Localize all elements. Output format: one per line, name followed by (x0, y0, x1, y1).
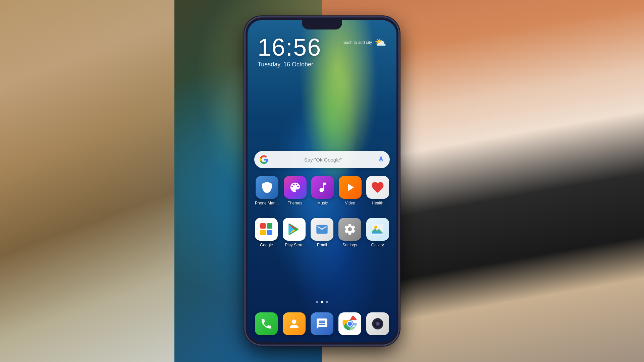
lens-icon (366, 312, 389, 335)
email-label: Email (317, 243, 327, 247)
app-gallery[interactable]: Gallery (366, 218, 389, 247)
video-icon (339, 176, 362, 199)
app-play-store[interactable]: Play Store (283, 218, 306, 247)
settings-icon (338, 218, 361, 241)
gallery-icon (366, 218, 389, 241)
page-dot-2[interactable] (321, 301, 323, 303)
phone-notch (302, 20, 342, 29)
google-label: Google (260, 243, 273, 247)
music-label: Music (317, 201, 328, 205)
clock-date: Tuesday, 16 October (258, 61, 386, 68)
themes-label: Themes (288, 201, 302, 205)
svg-rect-1 (267, 223, 272, 229)
music-icon (311, 176, 334, 199)
app-row-2: Google Play Store (253, 218, 391, 247)
phone-manager-label: Phone Man... (255, 201, 279, 205)
app-video[interactable]: Video (339, 176, 362, 205)
chrome-icon (338, 312, 361, 335)
app-phone-manager[interactable]: Phone Man... (255, 176, 279, 205)
dock-phone[interactable] (255, 312, 278, 335)
app-health[interactable]: Health (366, 176, 389, 205)
page-dots (316, 301, 328, 303)
google-g-icon (259, 155, 269, 164)
search-placeholder: Say "Ok Google" (272, 157, 374, 163)
svg-rect-2 (260, 230, 266, 235)
messages-icon (311, 312, 333, 335)
page-dot-1[interactable] (316, 301, 318, 303)
health-icon (366, 176, 389, 199)
svg-point-13 (375, 321, 376, 322)
page-dot-3[interactable] (326, 301, 328, 303)
google-icon (255, 218, 278, 241)
dock (253, 312, 391, 335)
app-themes[interactable]: Themes (284, 176, 307, 205)
app-settings[interactable]: Settings (338, 218, 361, 247)
svg-point-5 (374, 226, 377, 229)
app-google[interactable]: Google (255, 218, 278, 247)
clock-area: 16:56 Tuesday, 16 October (258, 35, 386, 68)
app-music[interactable]: Music (311, 176, 334, 205)
gallery-label: Gallery (371, 243, 384, 247)
play-store-label: Play Store (285, 243, 304, 247)
app-row-1: Phone Man... Themes (253, 176, 391, 205)
svg-rect-3 (267, 230, 272, 235)
email-icon (311, 218, 333, 241)
phone-wrapper: 16:56 Tuesday, 16 October Touch to add c… (245, 17, 399, 345)
svg-rect-0 (260, 223, 266, 229)
dock-chrome[interactable] (338, 312, 361, 335)
dock-contacts[interactable] (283, 312, 306, 335)
dock-messages[interactable] (311, 312, 333, 335)
app-email[interactable]: Email (311, 218, 333, 247)
svg-point-8 (347, 322, 352, 326)
svg-point-12 (376, 323, 379, 325)
play-store-icon (283, 218, 306, 241)
phone-manager-icon (256, 176, 278, 199)
settings-label: Settings (342, 243, 357, 247)
left-hand-bg (0, 0, 174, 362)
phone-frame: 16:56 Tuesday, 16 October Touch to add c… (245, 17, 399, 345)
clock-time: 16:56 (258, 35, 386, 59)
google-search-bar[interactable]: Say "Ok Google" (254, 151, 390, 168)
dock-lens[interactable] (366, 312, 389, 335)
video-label: Video (345, 201, 355, 205)
themes-icon (284, 176, 307, 199)
health-label: Health (372, 201, 384, 205)
contacts-icon (283, 312, 306, 335)
phone-screen: 16:56 Tuesday, 16 October Touch to add c… (248, 20, 396, 342)
mic-icon (377, 156, 385, 163)
phone-icon (255, 312, 278, 335)
